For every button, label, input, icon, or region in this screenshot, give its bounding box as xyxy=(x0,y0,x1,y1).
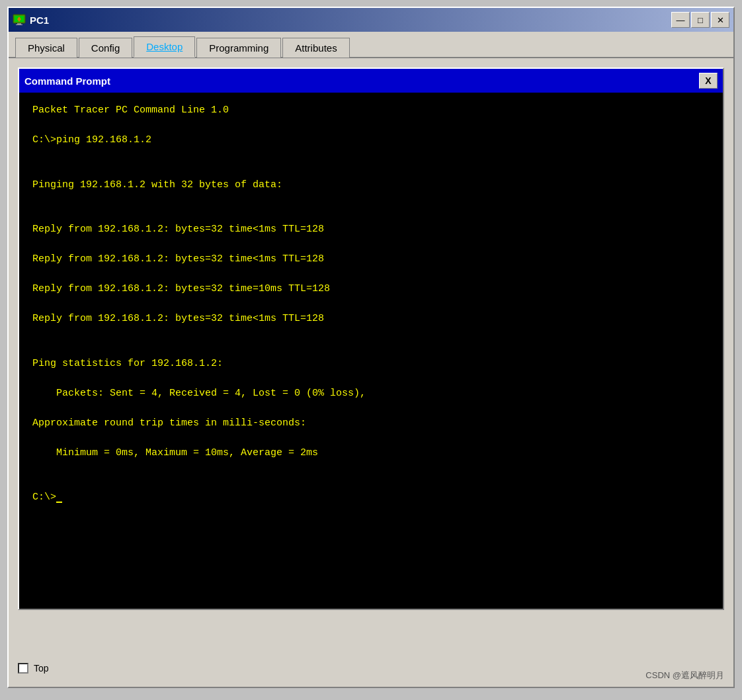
svg-rect-3 xyxy=(16,24,22,25)
tab-attributes[interactable]: Attributes xyxy=(282,38,349,58)
top-checkbox[interactable] xyxy=(18,663,28,674)
terminal-line: Reply from 192.168.1.2: bytes=32 time<1m… xyxy=(32,222,710,238)
title-bar-left: PC1 xyxy=(13,13,49,26)
terminal-line: Minimum = 0ms, Maximum = 10ms, Average =… xyxy=(32,446,710,461)
tab-config[interactable]: Config xyxy=(79,38,132,58)
top-label: Top xyxy=(34,663,49,674)
terminal-line: Packet Tracer PC Command Line 1.0 xyxy=(32,103,710,118)
tab-desktop[interactable]: Desktop xyxy=(134,36,195,58)
terminal-line: Reply from 192.168.1.2: bytes=32 time<1m… xyxy=(32,312,710,327)
minimize-button[interactable]: — xyxy=(671,12,690,28)
watermark: CSDN @遮风醉明月 xyxy=(645,670,724,681)
terminal-line: Approximate round trip times in milli-se… xyxy=(32,416,710,431)
terminal-line: Ping statistics for 192.168.1.2: xyxy=(32,357,710,372)
bottom-bar: Top xyxy=(18,663,49,674)
terminal-line: Reply from 192.168.1.2: bytes=32 time<1m… xyxy=(32,252,710,267)
title-buttons: — □ ✕ xyxy=(671,12,729,28)
cmd-title-bar: Command Prompt X xyxy=(19,69,723,93)
tab-physical[interactable]: Physical xyxy=(15,38,77,58)
window-title: PC1 xyxy=(30,15,49,26)
terminal-line: C:\>ping 192.168.1.2 xyxy=(32,133,710,148)
maximize-button[interactable]: □ xyxy=(691,12,710,28)
terminal-line: Reply from 192.168.1.2: bytes=32 time=10… xyxy=(32,282,710,297)
tab-programming[interactable]: Programming xyxy=(196,38,281,58)
terminal-line: Packets: Sent = 4, Received = 4, Lost = … xyxy=(32,386,710,402)
cmd-title-text: Command Prompt xyxy=(24,75,110,87)
command-prompt-window: Command Prompt X Packet Tracer PC Comman… xyxy=(18,67,724,610)
content-area: Command Prompt X Packet Tracer PC Comman… xyxy=(9,58,733,619)
terminal-line: Pinging 192.168.1.2 with 32 bytes of dat… xyxy=(32,178,710,193)
close-button[interactable]: ✕ xyxy=(711,12,729,28)
terminal-output[interactable]: Packet Tracer PC Command Line 1.0 C:\>pi… xyxy=(19,93,723,609)
cmd-close-button[interactable]: X xyxy=(699,73,718,89)
tab-bar: Physical Config Desktop Programming Attr… xyxy=(9,32,733,58)
pc-icon xyxy=(13,13,26,26)
svg-rect-2 xyxy=(17,23,21,24)
main-window: PC1 — □ ✕ Physical Config Desktop Progra… xyxy=(7,7,735,688)
terminal-line: C:\>█ xyxy=(32,490,710,505)
title-bar: PC1 — □ ✕ xyxy=(9,8,733,32)
